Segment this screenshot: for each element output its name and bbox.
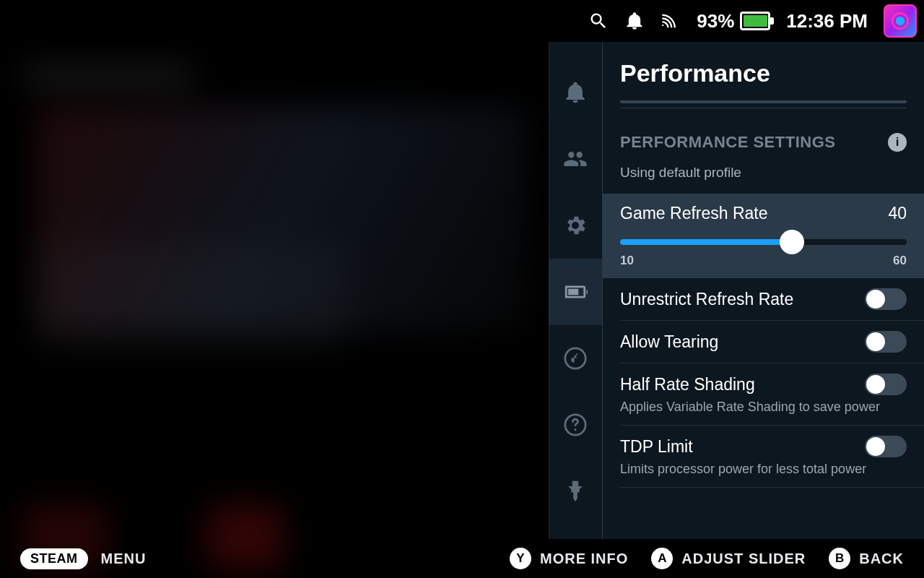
toggle-label: Half Rate Shading [620,375,755,394]
tab-performance[interactable] [549,259,602,325]
divider [620,100,907,103]
tab-music[interactable] [549,325,602,392]
section-header-row: PERFORMANCE SETTINGS i [620,133,907,152]
refresh-rate-value: 40 [888,204,907,223]
info-icon[interactable]: i [888,133,907,152]
toggle-switch[interactable] [865,436,907,457]
tab-notifications[interactable] [549,59,602,126]
divider [620,108,907,108]
toggle-label: Allow Tearing [620,332,718,352]
svg-rect-0 [568,289,578,296]
gamepad-button-icon: A [651,548,673,569]
refresh-rate-card: Game Refresh Rate 40 10 60 [603,194,924,278]
gamepad-button-icon: B [829,548,850,569]
quick-access-tabs [549,42,602,539]
hint-label: MORE INFO [540,551,628,567]
refresh-rate-label: Game Refresh Rate [620,204,768,223]
hint-label: BACK [859,551,904,567]
toggle-switch[interactable] [865,288,907,310]
battery-icon [740,12,770,30]
toggle-description: Applies Variable Rate Shading to save po… [620,400,907,415]
avatar[interactable] [884,4,917,38]
slider-min: 10 [620,254,634,268]
clock: 12:36 PM [786,10,868,33]
toggle-description: Limits processor power for less total po… [620,462,907,477]
steam-button[interactable]: STEAM [20,548,88,569]
tab-power[interactable] [549,458,602,525]
battery-status: 93% [697,10,770,33]
toggle-row: Allow Tearing [620,321,924,363]
footer-hint: BBACK [829,548,904,569]
footer-hint-bar: STEAM MENU YMORE INFOAADJUST SLIDERBBACK [0,539,924,578]
toggle-switch[interactable] [865,331,907,353]
toggle-switch[interactable] [865,374,907,395]
footer-hint: AADJUST SLIDER [651,548,806,569]
quick-access-panel: Performance PERFORMANCE SETTINGS i Using… [549,42,924,539]
toggle-label: TDP Limit [620,437,693,457]
slider-max: 60 [893,254,907,268]
battery-percent: 93% [697,10,734,33]
footer-hint: YMORE INFO [510,548,628,569]
section-header: PERFORMANCE SETTINGS [620,133,835,152]
system-status-bar: 93% 12:36 PM [0,0,924,42]
toggle-label: Unrestrict Refresh Rate [620,290,793,309]
menu-label: MENU [101,551,147,567]
tab-friends[interactable] [549,126,602,192]
panel-content: Performance PERFORMANCE SETTINGS i Using… [602,42,924,539]
profile-note: Using default profile [620,165,924,181]
tab-help[interactable] [549,392,602,458]
hint-label: ADJUST SLIDER [681,551,806,567]
search-icon[interactable] [588,11,609,31]
refresh-rate-slider[interactable] [620,239,907,245]
toggle-row: Half Rate ShadingApplies Variable Rate S… [620,363,924,426]
toggle-row: Unrestrict Refresh Rate [620,278,924,321]
cast-icon[interactable] [661,11,681,31]
gamepad-button-icon: Y [510,548,531,569]
background-blurred-content [0,42,549,540]
tab-settings[interactable] [549,192,602,259]
panel-title: Performance [620,59,924,87]
bell-icon[interactable] [624,11,645,31]
svg-point-1 [565,348,585,368]
toggle-row: TDP LimitLimits processor power for less… [620,426,924,488]
